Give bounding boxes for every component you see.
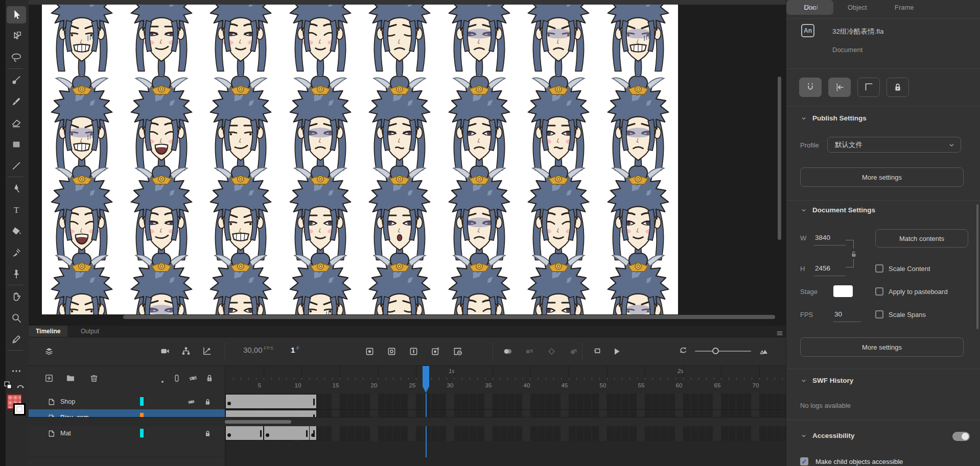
chevron-down-icon: [800, 377, 807, 384]
more-tools-tool[interactable]: [7, 362, 26, 380]
snap-align-toggle-button[interactable]: [828, 78, 851, 97]
graph-icon[interactable]: [199, 344, 215, 359]
layer-empty-row[interactable]: [29, 441, 225, 457]
swf-history-header[interactable]: SWF History: [800, 377, 853, 384]
properties-scrollbar[interactable]: [976, 204, 978, 329]
apply-to-pasteboard-checkbox[interactable]: [875, 287, 883, 296]
hand-tool[interactable]: [7, 288, 26, 305]
eyedropper-tool[interactable]: [7, 244, 26, 261]
publish-settings-header[interactable]: Publish Settings: [800, 114, 867, 122]
subselection-tool[interactable]: [7, 28, 26, 45]
stage-label: Stage: [800, 288, 818, 296]
timeline-zoom-slider[interactable]: [695, 351, 751, 352]
play-button[interactable]: [609, 344, 624, 359]
lock-toggle-button[interactable]: [886, 78, 909, 97]
height-field[interactable]: 2456: [815, 264, 830, 272]
insert-keyframe-icon[interactable]: [362, 344, 377, 359]
insert-frame-icon[interactable]: [406, 344, 421, 359]
layer-locked-icon[interactable]: [203, 429, 212, 438]
loop-button[interactable]: [589, 344, 604, 359]
document-settings-header[interactable]: Document Settings: [800, 206, 875, 214]
add-layer-icon[interactable]: [44, 373, 54, 383]
layer-row-Shop[interactable]: Shop: [29, 394, 225, 410]
wh-lock-open-icon[interactable]: [850, 249, 858, 259]
delete-layer-icon[interactable]: [89, 373, 99, 383]
selection-tool[interactable]: [7, 6, 26, 23]
fps-field[interactable]: 30: [834, 310, 842, 318]
auto-keyframe-icon[interactable]: A: [428, 344, 443, 359]
zoom-tool[interactable]: [7, 309, 26, 327]
layers-stack-icon[interactable]: [41, 344, 57, 359]
frame-span[interactable]: [264, 426, 310, 440]
frame-span[interactable]: [225, 394, 317, 409]
canvas-pasteboard[interactable]: [29, 0, 786, 326]
publish-more-settings-button[interactable]: More settings: [800, 167, 964, 187]
panel-menu-icon[interactable]: [776, 328, 784, 337]
frame-span[interactable]: [309, 426, 317, 440]
frame-area[interactable]: 1s2s 510152025303540455055606570: [225, 366, 786, 466]
timeline-zoom-slider-knob[interactable]: [712, 348, 719, 354]
undo-curve-icon[interactable]: [675, 344, 691, 359]
make-child-accessible-checkbox[interactable]: ✓: [800, 457, 808, 465]
layer-color-chip[interactable]: [140, 429, 144, 437]
onion-skin-icon[interactable]: [500, 344, 515, 359]
outline-column-icon[interactable]: [157, 377, 168, 387]
default-colors-icon[interactable]: [3, 380, 13, 390]
frame-span[interactable]: [225, 426, 264, 440]
stage-color-swatch[interactable]: [833, 285, 853, 297]
rectangle-tool[interactable]: [7, 136, 26, 153]
classic-brush-tool[interactable]: [7, 93, 26, 110]
camera-column-icon[interactable]: [172, 373, 182, 383]
canvas-vertical-scrollbar[interactable]: [778, 77, 781, 240]
lasso-tool[interactable]: [7, 49, 26, 66]
text-tool[interactable]: T: [7, 201, 26, 218]
tab-output[interactable]: Output: [74, 326, 106, 337]
stage[interactable]: [42, 5, 678, 314]
width-field[interactable]: 3840: [815, 234, 830, 241]
parenting-icon[interactable]: [178, 344, 194, 359]
document-more-settings-button[interactable]: More settings: [800, 337, 964, 357]
tab-object[interactable]: Object: [848, 4, 867, 11]
zoom-mountain-icon[interactable]: [756, 344, 772, 359]
scale-spans-checkbox[interactable]: [875, 310, 883, 318]
layer-locked-icon[interactable]: [203, 397, 212, 406]
visibility-column-icon[interactable]: [188, 373, 198, 383]
swap-colors-icon[interactable]: [15, 381, 26, 391]
keyframe-dot[interactable]: [266, 433, 269, 437]
match-contents-button[interactable]: Match contents: [875, 229, 968, 248]
pencil-tool[interactable]: [7, 331, 26, 348]
accessibility-header[interactable]: Accessibility: [800, 432, 855, 439]
fps-display[interactable]: 30,00FPS: [243, 346, 274, 354]
camera-icon[interactable]: [157, 344, 173, 359]
remove-frame-icon[interactable]: [450, 344, 465, 359]
scale-content-checkbox[interactable]: [875, 264, 883, 273]
layer-hidden-icon[interactable]: [187, 397, 196, 406]
add-folder-icon[interactable]: [65, 373, 76, 383]
tab-timeline[interactable]: Timeline: [29, 326, 67, 337]
eraser-tool[interactable]: [7, 114, 26, 132]
keyframe-dot[interactable]: [227, 402, 231, 405]
canvas-horizontal-scrollbar[interactable]: [123, 315, 775, 319]
tab-frame[interactable]: Frame: [895, 4, 914, 11]
frame-number-ruler[interactable]: 510152025303540455055606570: [225, 378, 786, 394]
paint-bucket-tool[interactable]: [7, 223, 26, 240]
profile-dropdown[interactable]: 默认文件: [827, 137, 961, 153]
layer-color-chip[interactable]: [140, 397, 144, 406]
apply-to-pasteboard-label: Apply to pasteboard: [889, 288, 948, 296]
pen-tool[interactable]: [7, 180, 26, 197]
keyframe-dot[interactable]: [227, 433, 231, 437]
accessibility-toggle[interactable]: [952, 432, 970, 441]
line-tool[interactable]: [7, 157, 26, 175]
tab-tool[interactable]: Tool: [806, 4, 818, 11]
timeline-horizontal-scrollbar[interactable]: [225, 420, 291, 424]
fluid-brush-tool[interactable]: [7, 71, 26, 89]
insert-blank-keyframe-icon[interactable]: [384, 344, 399, 359]
expression-face-13: [361, 73, 438, 175]
lock-column-icon[interactable]: [204, 373, 215, 383]
current-frame-display[interactable]: 1F: [291, 346, 299, 354]
ruler-corner-toggle-button[interactable]: [857, 78, 880, 97]
stroke-color-swatch[interactable]: [13, 403, 26, 415]
magnet-toggle-button[interactable]: [799, 78, 822, 97]
pin-tool[interactable]: [7, 265, 26, 283]
layer-row-Mat[interactable]: Mat: [29, 425, 225, 442]
